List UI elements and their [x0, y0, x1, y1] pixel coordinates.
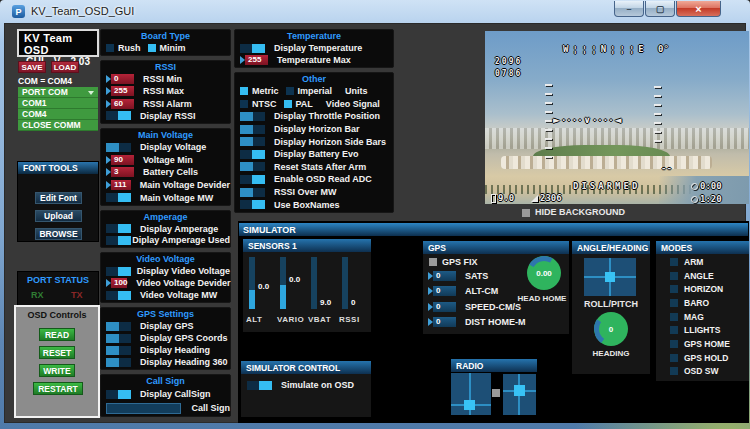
toggle[interactable] [240, 188, 265, 197]
osd-marks: -- [661, 163, 672, 173]
gps-fix-checkbox[interactable] [429, 258, 437, 266]
settings-row: RushMinim [101, 42, 230, 54]
toggle[interactable] [106, 143, 131, 152]
panel-rows: Display AmperageDiplay Amperage Used [101, 223, 230, 246]
toggle[interactable] [240, 125, 265, 134]
head-home-knob[interactable]: 0.00 [527, 256, 561, 290]
osd-controls-title: OSD Controls [16, 310, 98, 320]
simulate-on-osd-toggle[interactable] [247, 381, 272, 390]
toggle[interactable] [240, 150, 265, 159]
gps-sim-panel: GPS GPS FIX 0SATS0ALT-CM0SPEED-CM/S0DIST… [423, 241, 569, 334]
checkbox[interactable] [148, 44, 156, 52]
reset-button[interactable]: RESET [39, 346, 75, 359]
toggle[interactable] [240, 44, 265, 53]
toggle[interactable] [240, 175, 265, 184]
slider-label: RSSI [339, 315, 360, 324]
browse-button[interactable]: BROWSE [35, 228, 82, 240]
port-dropdown[interactable]: PORT COM [18, 87, 98, 98]
port-item-com4[interactable]: COM4 [18, 109, 98, 120]
sensor-slider[interactable]: 0.0VARIO [276, 255, 307, 332]
heading-knob[interactable]: 0 [594, 312, 628, 346]
checkbox[interactable] [670, 285, 678, 293]
toggle[interactable] [106, 236, 123, 245]
row-label: ALT-CM [465, 286, 498, 296]
toggle[interactable] [106, 334, 131, 343]
toggle[interactable] [106, 224, 131, 233]
value-box[interactable]: 0 [433, 286, 456, 296]
sensor-slider[interactable]: 9.0VBAT [307, 255, 338, 332]
slider-value: 0 [351, 298, 355, 307]
value-box[interactable]: 90 [111, 155, 134, 165]
horizon-side-bar-left [545, 84, 552, 162]
toggle[interactable] [106, 390, 131, 399]
checkbox[interactable] [670, 272, 678, 280]
read-button[interactable]: READ [39, 328, 75, 341]
value-box[interactable]: 0 [433, 271, 456, 281]
port-item-com1[interactable]: COM1 [18, 98, 98, 109]
toggle[interactable] [106, 358, 131, 367]
upload-button[interactable]: Upload [35, 210, 82, 222]
toggle-handle [240, 112, 253, 121]
close-button[interactable]: × [676, 1, 721, 17]
restart-button[interactable]: RESTART [33, 382, 83, 395]
checkbox[interactable] [284, 100, 292, 108]
toggle[interactable] [106, 111, 131, 120]
sensor-slider[interactable]: 0RSSI [338, 255, 369, 332]
port-item-close-comm[interactable]: CLOSE COMM [18, 120, 98, 131]
mode-row: HORIZON [656, 282, 749, 296]
checkbox[interactable] [106, 44, 114, 52]
title-bar[interactable]: P KV_Team_OSD_GUI – ▢ × [0, 0, 750, 23]
checkbox[interactable] [670, 340, 678, 348]
checkbox[interactable] [670, 326, 678, 334]
radio-left-stick-pad[interactable] [451, 373, 491, 415]
settings-row: RSSI Over MW [235, 186, 393, 199]
modes-list: ARMANGLEHORIZONBAROMAGLLIGHTSGPS HOMEGPS… [656, 255, 749, 378]
load-button[interactable]: LOAD [51, 61, 79, 73]
toggle[interactable] [240, 112, 265, 121]
radio-right-stick-pad[interactable] [503, 374, 536, 415]
row-suffix-label: Video Signal [326, 99, 380, 109]
port-status-panel: PORT STATUS RX TX [17, 271, 99, 307]
value-box[interactable]: 100 [111, 278, 127, 288]
callsign-input[interactable] [106, 403, 181, 414]
settings-row: Reset Stats After Arm [235, 161, 393, 174]
roll-pitch-pad[interactable] [584, 258, 636, 296]
toggle[interactable] [106, 267, 128, 276]
radio-mode-box[interactable] [492, 389, 500, 397]
checkbox[interactable] [670, 258, 678, 266]
toggle[interactable] [106, 193, 131, 202]
value-box[interactable]: 60 [111, 99, 134, 109]
toggle[interactable] [106, 322, 131, 331]
settings-row: MetricImperialUnits [235, 85, 393, 98]
save-button[interactable]: SAVE [18, 61, 46, 73]
value-box[interactable]: 0 [433, 302, 456, 312]
toggle[interactable] [240, 137, 265, 146]
value-box[interactable]: 255 [245, 55, 268, 65]
checkbox[interactable] [286, 87, 294, 95]
panel-rows: MetricImperialUnitsNTSCPALVideo SignalDi… [235, 85, 393, 211]
com-status: COM = COM4 [18, 76, 72, 86]
edit-font-button[interactable]: Edit Font [35, 192, 82, 204]
checkbox[interactable] [670, 367, 678, 375]
toggle[interactable] [240, 162, 265, 171]
hide-background-checkbox[interactable] [522, 209, 530, 217]
value-box[interactable]: 255 [111, 86, 134, 96]
sensor-slider[interactable]: 0.0ALT [245, 255, 276, 332]
checkbox[interactable] [240, 87, 248, 95]
checkbox[interactable] [670, 313, 678, 321]
value-box[interactable]: 3 [111, 167, 134, 177]
write-button[interactable]: WRITE [39, 364, 75, 377]
maximize-button[interactable]: ▢ [645, 1, 675, 17]
toggle[interactable] [106, 346, 131, 355]
value-box[interactable]: 0 [433, 317, 456, 327]
toggle[interactable] [240, 200, 265, 209]
toggle[interactable] [106, 291, 131, 300]
value-box[interactable]: 111 [111, 180, 131, 190]
pad-handle [514, 385, 525, 396]
checkbox[interactable] [240, 100, 248, 108]
checkbox[interactable] [670, 354, 678, 362]
minimize-button[interactable]: – [614, 1, 644, 17]
row-label: Diplay Amperage Used [132, 235, 230, 245]
checkbox[interactable] [670, 299, 678, 307]
value-box[interactable]: 0 [111, 74, 134, 84]
